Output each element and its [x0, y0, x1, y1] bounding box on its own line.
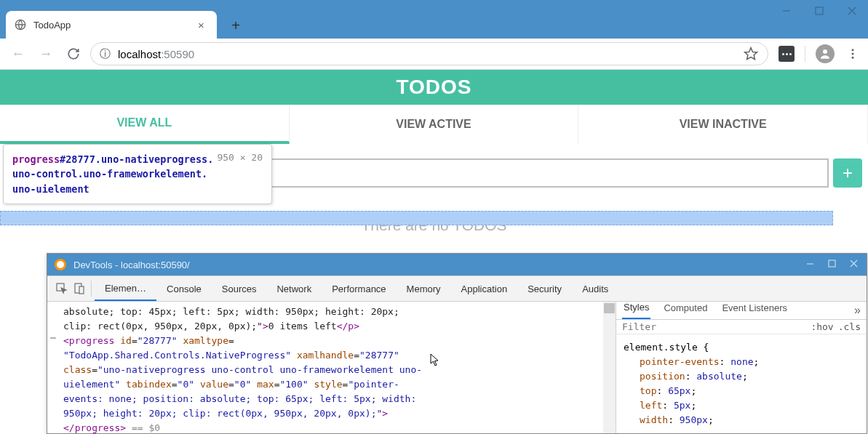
inspected-element-highlight — [0, 211, 833, 225]
devtools-icon — [55, 259, 66, 270]
devtools-maximize[interactable] — [821, 255, 842, 271]
tooltip-dimensions: 950 × 20 — [217, 152, 263, 163]
devtools-tab-security[interactable]: Security — [517, 276, 572, 301]
browser-tab[interactable]: TodoApp × — [6, 11, 217, 39]
tab-view-inactive[interactable]: VIEW INACTIVE — [578, 105, 868, 144]
devtools-close[interactable] — [843, 255, 864, 271]
close-icon[interactable]: × — [198, 19, 208, 31]
styles-filter-input[interactable] — [622, 321, 806, 332]
styles-panel: Styles Computed Event Listeners » :hov .… — [616, 302, 867, 433]
svg-marker-5 — [745, 48, 757, 60]
inspect-tool-icon[interactable] — [53, 276, 71, 301]
tab-title: TodoApp — [33, 20, 191, 31]
svg-rect-11 — [829, 260, 835, 267]
devtools-tab-console[interactable]: Console — [156, 276, 212, 301]
forward-button[interactable]: → — [35, 43, 57, 65]
menu-button[interactable] — [845, 46, 861, 62]
reload-button[interactable] — [63, 43, 84, 65]
styles-tab-listeners[interactable]: Event Listeners — [720, 302, 789, 318]
separator — [805, 46, 805, 62]
devtools-minimize[interactable] — [800, 255, 820, 271]
styles-tab-computed[interactable]: Computed — [662, 302, 709, 318]
svg-point-8 — [852, 53, 854, 55]
back-button[interactable]: ← — [7, 43, 29, 65]
site-info-icon[interactable]: ⓘ — [100, 47, 111, 61]
browser-tab-strip: TodoApp × + — [0, 0, 868, 39]
svg-point-9 — [852, 57, 854, 59]
add-todo-button[interactable]: + — [833, 158, 862, 188]
elements-scrollbar[interactable] — [603, 302, 616, 433]
url-text: localhost:50590 — [118, 48, 194, 60]
address-bar[interactable]: ⓘ localhost:50590 — [90, 42, 768, 65]
devtools-tab-application[interactable]: Application — [451, 276, 518, 301]
devtools-window: DevTools - localhost:50590/ Elemen… Cons… — [47, 253, 867, 434]
new-tab-button[interactable]: + — [226, 15, 246, 36]
tab-view-active[interactable]: VIEW ACTIVE — [290, 105, 579, 144]
devtools-titlebar[interactable]: DevTools - localhost:50590/ — [47, 254, 867, 276]
tab-view-all[interactable]: VIEW ALL — [0, 105, 290, 144]
styles-tabs-more-icon[interactable]: » — [854, 304, 861, 317]
dom-tree[interactable]: absolute; top: 45px; left: 5px; width: 9… — [47, 302, 603, 433]
devtools-tab-network[interactable]: Network — [266, 276, 322, 301]
star-icon[interactable] — [743, 46, 759, 62]
device-toggle-icon[interactable] — [71, 276, 88, 301]
app-title: TODOS — [0, 70, 868, 105]
address-bar-row: ← → ⓘ localhost:50590 — [0, 39, 868, 70]
filter-tabs: VIEW ALL VIEW ACTIVE VIEW INACTIVE — [0, 105, 868, 144]
devtools-title-text: DevTools - localhost:50590/ — [73, 260, 190, 270]
globe-icon — [15, 19, 26, 31]
devtools-tab-sources[interactable]: Sources — [212, 276, 267, 301]
minimize-button[interactable] — [770, 0, 803, 22]
devtools-tab-memory[interactable]: Memory — [397, 276, 451, 301]
devtools-tab-audits[interactable]: Audits — [572, 276, 618, 301]
maximize-button[interactable] — [803, 0, 835, 22]
cls-toggle[interactable]: .cls — [838, 321, 861, 332]
devtools-tabs: Elemen… Console Sources Network Performa… — [47, 276, 867, 302]
styles-tab-styles[interactable]: Styles — [622, 302, 650, 319]
window-close-button[interactable] — [835, 0, 868, 22]
devtools-tab-performance[interactable]: Performance — [322, 276, 396, 301]
inspect-tooltip: 950 × 20 progress#28777.uno-nativeprogre… — [3, 144, 272, 204]
extension-icon[interactable] — [779, 46, 795, 62]
svg-point-7 — [852, 49, 854, 51]
devtools-tab-elements[interactable]: Elemen… — [95, 276, 156, 301]
svg-rect-2 — [816, 7, 823, 15]
profile-button[interactable] — [816, 44, 835, 63]
elements-panel[interactable]: ⋯ absolute; top: 45px; left: 5px; width:… — [47, 302, 616, 433]
svg-point-6 — [823, 49, 827, 54]
style-rules[interactable]: element.style { pointer-events: none; po… — [616, 334, 867, 433]
hov-toggle[interactable]: :hov — [811, 321, 833, 332]
window-controls — [770, 0, 868, 22]
svg-rect-16 — [79, 286, 84, 294]
